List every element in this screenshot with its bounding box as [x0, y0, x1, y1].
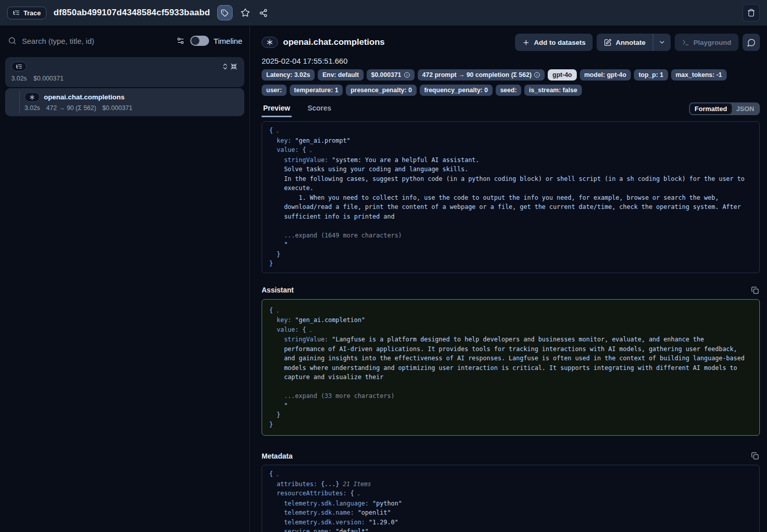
badge-user: user: [262, 85, 287, 96]
code-line: key: "gen_ai.prompt" [269, 136, 752, 146]
observation-tokens: 472 → 90 (Σ 562) [46, 104, 96, 112]
code-line: 1. When you need to collect info, use th… [269, 193, 752, 203]
trace-root-row[interactable]: 3.02s $0.000371 [5, 57, 244, 87]
share-button[interactable] [258, 8, 269, 18]
view-format-toggle: Formatted JSON [689, 102, 760, 115]
code-line: { ⌄ [269, 306, 752, 316]
comment-bubble-icon [747, 38, 756, 47]
badge-presence_penalty: presence_penalty: 0 [346, 85, 416, 96]
code-line [269, 382, 752, 392]
detail-tabs: Preview Scores [262, 104, 333, 117]
json-toggle[interactable]: JSON [732, 103, 759, 114]
delete-trace-button[interactable] [743, 4, 760, 21]
code-line: sufficient info is printed and [269, 212, 752, 222]
timeline-label: Timeline [214, 37, 242, 45]
code-line: " [269, 240, 752, 250]
collapse-all-button[interactable] [229, 62, 238, 71]
tab-preview[interactable]: Preview [262, 104, 292, 117]
openai-icon [262, 37, 278, 48]
badge-472-prompt-90-completion-562-: 472 prompt → 90 completion (Σ 562) [418, 69, 545, 81]
annotate-dropdown-button[interactable] [653, 34, 671, 51]
star-icon [241, 8, 250, 17]
expand-all-button[interactable] [221, 62, 229, 71]
code-line: attributes: {...} 21 Items [269, 480, 752, 489]
copy-icon [751, 286, 759, 294]
code-line: key: "gen_ai.completion" [269, 315, 752, 325]
collapse-icon [230, 63, 238, 70]
badge-$0-000371: $0.000371 [367, 69, 415, 81]
code-line: service.name: "default" [269, 527, 752, 532]
code-line [269, 221, 752, 231]
code-line: models where understanding and optimizin… [269, 363, 752, 373]
params-badge-row: user:temperature: 1presence_penalty: 0fr… [262, 85, 760, 96]
badge-seed: seed: [496, 85, 522, 96]
code-line: resourceAttributes: { ⌄ [269, 489, 752, 499]
code-line: telemetry.sdk.name: "openlit" [269, 508, 752, 518]
observation-cost: $0.000371 [103, 104, 133, 112]
topbar: Trace df850ab499107d4348584cf5933baabd [0, 0, 767, 25]
copy-metadata-button[interactable] [750, 451, 760, 461]
code-line: { ⌄ [269, 126, 752, 136]
observation-timestamp: 2025-02-04 17:55:51.660 [262, 57, 760, 65]
trace-tree-sidebar: Timeline [0, 25, 250, 532]
code-line: ...expand (33 more characters) [269, 391, 752, 401]
code-line: value: { ⌄ [269, 325, 752, 335]
code-line: Solve tasks using your coding and langua… [269, 165, 752, 174]
share-icon [259, 9, 268, 17]
code-line: value: { ⌄ [269, 145, 752, 155]
code-line: } [269, 410, 752, 420]
playground-button[interactable]: Playground [675, 34, 738, 51]
sliders-icon [176, 37, 185, 45]
metrics-badge-row: Latency: 3.02sEnv: default$0.000371472 p… [262, 69, 760, 81]
code-line: In the following cases, suggest python c… [269, 174, 752, 184]
badge-is_stream: is_stream: false [524, 85, 582, 96]
search-icon [8, 37, 16, 45]
code-line: download/read a file, print the content … [269, 202, 752, 212]
prompt-json-viewer[interactable]: { ⌄ key: "gen_ai.prompt" value: { ⌄ stri… [262, 121, 760, 273]
timeline-toggle[interactable] [190, 36, 209, 46]
badge-gpt-4o: gpt-4o [548, 69, 576, 81]
observation-detail: openai.chat.completions Add to datasets [250, 25, 767, 532]
code-line: ...expand (1649 more characters) [269, 231, 752, 241]
code-line: telemetry.sdk.language: "python" [269, 499, 752, 509]
completion-json-viewer[interactable]: { ⌄ key: "gen_ai.completion" value: { ⌄ … [262, 299, 760, 436]
star-button[interactable] [240, 7, 251, 18]
copy-assistant-button[interactable] [750, 285, 760, 295]
formatted-toggle[interactable]: Formatted [690, 103, 732, 114]
metadata-json-viewer[interactable]: { ⌄ attributes: {...} 21 Items resourceA… [262, 465, 760, 532]
trace-cost: $0.000371 [34, 75, 64, 82]
annotate-button[interactable]: Annotate [597, 34, 653, 51]
code-line: } [269, 420, 752, 430]
trace-badge-label: Trace [23, 9, 41, 17]
add-to-datasets-button[interactable]: Add to datasets [515, 34, 593, 51]
code-line: capture and visualize their [269, 373, 752, 382]
code-line: } [269, 259, 752, 269]
metadata-section-title: Metadata [262, 452, 293, 460]
copy-icon [751, 452, 759, 460]
trace-type-badge: Trace [7, 7, 46, 19]
code-line: { ⌄ [269, 469, 752, 480]
badge-env: Env: default [318, 69, 364, 81]
openai-icon [24, 92, 40, 102]
code-line: " [269, 401, 752, 411]
tree-settings-button[interactable] [175, 36, 186, 46]
code-line: performance of AI-driven applications. I… [269, 344, 752, 354]
code-line: } [269, 250, 752, 259]
code-line: execute. [269, 183, 752, 193]
annotate-button-group: Annotate [597, 34, 671, 51]
observation-row-openai-chat-completions[interactable]: openai.chat.completions 3.02s 472 → 90 (… [5, 88, 244, 116]
code-line: stringValue: "Langfuse is a platform des… [269, 335, 752, 344]
badge-latency: Latency: 3.02s [262, 69, 315, 81]
list-tree-icon [13, 9, 20, 16]
search-input[interactable] [21, 36, 171, 46]
comments-button[interactable] [743, 34, 760, 51]
plus-icon [522, 39, 530, 46]
terminal-icon [682, 39, 689, 46]
langfuse-trace-view: Trace df850ab499107d4348584cf5933baabd [0, 0, 767, 532]
info-icon [534, 72, 540, 78]
pen-square-icon [604, 39, 611, 46]
tag-button[interactable] [217, 5, 233, 20]
tab-scores[interactable]: Scores [306, 104, 333, 117]
tree-search-row: Timeline [0, 25, 249, 53]
badge-top_p: top_p: 1 [634, 69, 668, 81]
